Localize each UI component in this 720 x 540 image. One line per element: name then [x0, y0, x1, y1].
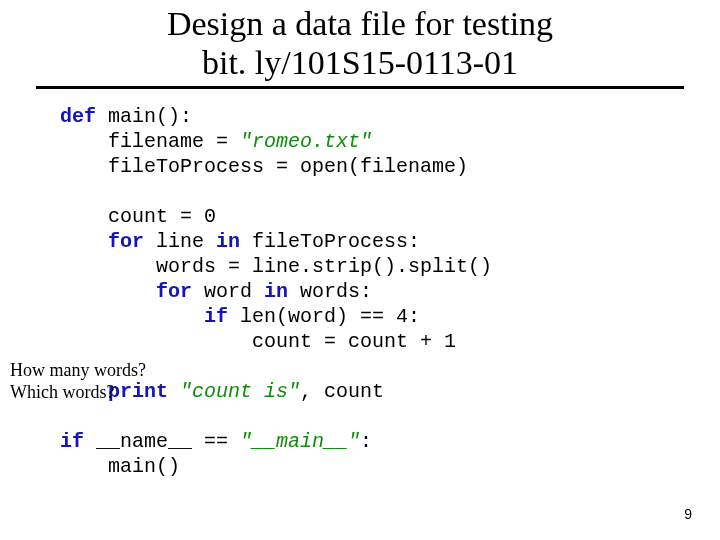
code-text: fileToProcess:	[240, 230, 420, 253]
side-annotation: How many words? Which words?	[10, 360, 146, 403]
kw-if: if	[60, 430, 84, 453]
code-text: count	[60, 205, 180, 228]
kw-in: in	[264, 280, 288, 303]
fn-main: main():	[96, 105, 192, 128]
code-text: words:	[288, 280, 372, 303]
num-four: 4	[384, 305, 408, 328]
code-text: open(filename)	[288, 155, 468, 178]
title-line-1: Design a data file for testing	[0, 4, 720, 43]
str-countis: "count is"	[168, 380, 300, 403]
code-text: :	[360, 430, 372, 453]
code-text: words	[60, 255, 228, 278]
num-one: 1	[432, 330, 456, 353]
title-underline	[36, 86, 684, 89]
code-text: filename	[60, 130, 216, 153]
kw-for: for	[60, 280, 192, 303]
op-assign: =	[324, 330, 336, 353]
code-text: line	[144, 230, 216, 253]
code-text: __name__	[84, 430, 204, 453]
op-assign: =	[216, 130, 228, 153]
title-line-2: bit. ly/101S15-0113-01	[0, 43, 720, 82]
str-romeo: "romeo.txt"	[228, 130, 372, 153]
code-text: main()	[60, 455, 180, 478]
page-number: 9	[684, 506, 692, 522]
op-assign: =	[180, 205, 192, 228]
code-text: , count	[300, 380, 384, 403]
op-plus: +	[420, 330, 432, 353]
code-text: count	[336, 330, 420, 353]
code-text: line.strip().split()	[240, 255, 492, 278]
num-zero: 0	[192, 205, 216, 228]
str-main: "__main__"	[228, 430, 360, 453]
code-text: len(word)	[228, 305, 360, 328]
code-text: word	[192, 280, 264, 303]
kw-if: if	[60, 305, 228, 328]
code-text: :	[408, 305, 420, 328]
kw-in: in	[216, 230, 240, 253]
code-text: fileToProcess	[60, 155, 276, 178]
annotation-line-2: Which words?	[10, 382, 146, 404]
kw-def: def	[60, 105, 96, 128]
code-block: def main(): filename = "romeo.txt" fileT…	[60, 104, 492, 479]
slide-title: Design a data file for testing bit. ly/1…	[0, 0, 720, 89]
annotation-line-1: How many words?	[10, 360, 146, 382]
op-eq: ==	[204, 430, 228, 453]
op-assign: =	[276, 155, 288, 178]
op-assign: =	[228, 255, 240, 278]
code-text: count	[60, 330, 324, 353]
op-eq: ==	[360, 305, 384, 328]
kw-for: for	[60, 230, 144, 253]
